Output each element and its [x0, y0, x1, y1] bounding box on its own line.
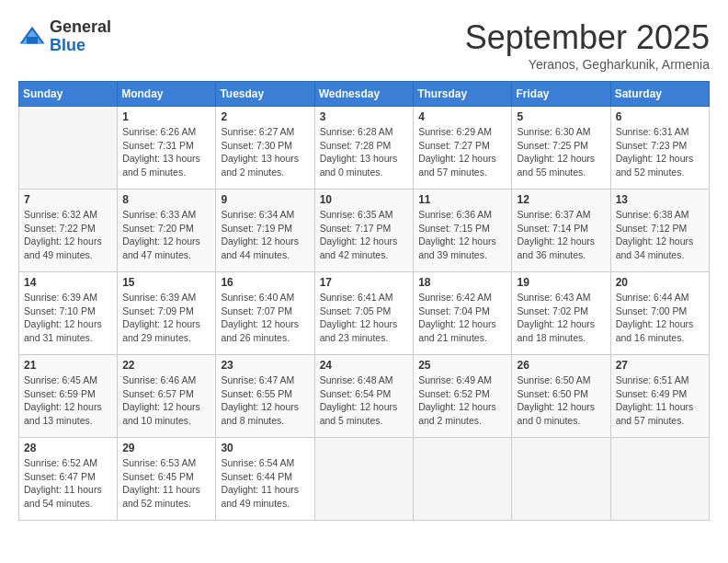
day-number: 14 [24, 276, 112, 289]
calendar-cell: 26Sunrise: 6:50 AMSunset: 6:50 PMDayligh… [512, 355, 610, 438]
day-info: Sunrise: 6:41 AMSunset: 7:05 PMDaylight:… [320, 291, 409, 345]
calendar-week-row: 7Sunrise: 6:32 AMSunset: 7:22 PMDaylight… [19, 190, 710, 272]
day-number: 3 [320, 110, 409, 123]
calendar-cell: 8Sunrise: 6:33 AMSunset: 7:20 PMDaylight… [118, 190, 216, 272]
day-info: Sunrise: 6:38 AMSunset: 7:12 PMDaylight:… [616, 208, 704, 262]
day-number: 15 [122, 276, 210, 289]
day-number: 22 [122, 359, 210, 372]
day-number: 12 [517, 193, 605, 206]
day-info: Sunrise: 6:34 AMSunset: 7:19 PMDaylight:… [221, 208, 309, 262]
day-number: 18 [418, 276, 506, 289]
day-info: Sunrise: 6:29 AMSunset: 7:27 PMDaylight:… [418, 125, 506, 179]
day-info: Sunrise: 6:39 AMSunset: 7:09 PMDaylight:… [122, 291, 210, 345]
day-number: 7 [24, 193, 112, 206]
calendar-cell: 27Sunrise: 6:51 AMSunset: 6:49 PMDayligh… [610, 355, 709, 438]
day-number: 13 [616, 193, 704, 206]
day-info: Sunrise: 6:53 AMSunset: 6:45 PMDaylight:… [122, 456, 210, 511]
calendar-cell: 4Sunrise: 6:29 AMSunset: 7:27 PMDaylight… [414, 107, 512, 190]
day-number: 23 [221, 359, 309, 372]
day-number: 29 [122, 442, 210, 454]
day-number: 9 [221, 193, 309, 206]
calendar-cell: 23Sunrise: 6:47 AMSunset: 6:55 PMDayligh… [216, 355, 314, 438]
day-info: Sunrise: 6:51 AMSunset: 6:49 PMDaylight:… [616, 373, 704, 428]
title-block: September 2025 Yeranos, Gegharkunik, Arm… [465, 18, 710, 72]
day-number: 8 [122, 193, 210, 206]
day-info: Sunrise: 6:27 AMSunset: 7:30 PMDaylight:… [221, 125, 309, 179]
weekday-header-cell: Friday [512, 82, 610, 107]
calendar-cell: 2Sunrise: 6:27 AMSunset: 7:30 PMDaylight… [216, 107, 314, 190]
calendar-header: SundayMondayTuesdayWednesdayThursdayFrid… [19, 82, 710, 107]
calendar-cell [19, 107, 118, 190]
calendar-cell: 16Sunrise: 6:40 AMSunset: 7:07 PMDayligh… [216, 272, 314, 355]
calendar-cell: 18Sunrise: 6:42 AMSunset: 7:04 PMDayligh… [414, 272, 512, 355]
day-info: Sunrise: 6:37 AMSunset: 7:14 PMDaylight:… [517, 208, 605, 262]
day-info: Sunrise: 6:43 AMSunset: 7:02 PMDaylight:… [517, 291, 605, 345]
day-info: Sunrise: 6:39 AMSunset: 7:10 PMDaylight:… [24, 291, 112, 345]
day-number: 10 [320, 193, 409, 206]
day-info: Sunrise: 6:50 AMSunset: 6:50 PMDaylight:… [517, 373, 605, 428]
calendar-cell: 11Sunrise: 6:36 AMSunset: 7:15 PMDayligh… [414, 190, 512, 272]
logo-icon [18, 23, 46, 51]
day-info: Sunrise: 6:28 AMSunset: 7:28 PMDaylight:… [320, 125, 409, 179]
calendar-cell: 12Sunrise: 6:37 AMSunset: 7:14 PMDayligh… [512, 190, 610, 272]
calendar-cell: 21Sunrise: 6:45 AMSunset: 6:59 PMDayligh… [19, 355, 118, 438]
day-number: 28 [24, 442, 112, 454]
calendar-cell [512, 438, 610, 521]
calendar-cell: 19Sunrise: 6:43 AMSunset: 7:02 PMDayligh… [512, 272, 610, 355]
day-number: 5 [517, 110, 605, 123]
day-info: Sunrise: 6:44 AMSunset: 7:00 PMDaylight:… [616, 291, 704, 345]
calendar-week-row: 14Sunrise: 6:39 AMSunset: 7:10 PMDayligh… [19, 272, 710, 355]
day-number: 4 [418, 110, 506, 123]
logo: General Blue [18, 18, 111, 55]
day-number: 21 [24, 359, 112, 372]
calendar-cell: 17Sunrise: 6:41 AMSunset: 7:05 PMDayligh… [314, 272, 414, 355]
day-info: Sunrise: 6:31 AMSunset: 7:23 PMDaylight:… [616, 125, 704, 179]
calendar-cell: 15Sunrise: 6:39 AMSunset: 7:09 PMDayligh… [118, 272, 216, 355]
day-number: 20 [616, 276, 704, 289]
calendar-cell: 10Sunrise: 6:35 AMSunset: 7:17 PMDayligh… [314, 190, 414, 272]
day-info: Sunrise: 6:42 AMSunset: 7:04 PMDaylight:… [418, 291, 506, 345]
logo-text: General Blue [50, 18, 111, 55]
weekday-header-cell: Saturday [610, 82, 709, 107]
calendar-cell: 25Sunrise: 6:49 AMSunset: 6:52 PMDayligh… [414, 355, 512, 438]
calendar-week-row: 21Sunrise: 6:45 AMSunset: 6:59 PMDayligh… [19, 355, 710, 438]
svg-rect-2 [27, 37, 38, 44]
day-number: 30 [221, 442, 309, 454]
calendar-cell: 6Sunrise: 6:31 AMSunset: 7:23 PMDaylight… [610, 107, 709, 190]
day-number: 1 [122, 110, 210, 123]
calendar-cell: 30Sunrise: 6:54 AMSunset: 6:44 PMDayligh… [216, 438, 314, 521]
weekday-header-cell: Thursday [414, 82, 512, 107]
day-number: 11 [418, 193, 506, 206]
day-info: Sunrise: 6:45 AMSunset: 6:59 PMDaylight:… [24, 373, 112, 428]
day-info: Sunrise: 6:48 AMSunset: 6:54 PMDaylight:… [320, 373, 409, 428]
calendar-body: 1Sunrise: 6:26 AMSunset: 7:31 PMDaylight… [19, 107, 710, 521]
calendar-cell: 9Sunrise: 6:34 AMSunset: 7:19 PMDaylight… [216, 190, 314, 272]
day-number: 27 [616, 359, 704, 372]
day-number: 25 [418, 359, 506, 372]
calendar-cell: 22Sunrise: 6:46 AMSunset: 6:57 PMDayligh… [118, 355, 216, 438]
calendar-cell: 13Sunrise: 6:38 AMSunset: 7:12 PMDayligh… [610, 190, 709, 272]
day-info: Sunrise: 6:47 AMSunset: 6:55 PMDaylight:… [221, 373, 309, 428]
day-info: Sunrise: 6:40 AMSunset: 7:07 PMDaylight:… [221, 291, 309, 345]
day-info: Sunrise: 6:49 AMSunset: 6:52 PMDaylight:… [418, 373, 506, 428]
calendar-cell: 1Sunrise: 6:26 AMSunset: 7:31 PMDaylight… [118, 107, 216, 190]
calendar-cell: 5Sunrise: 6:30 AMSunset: 7:25 PMDaylight… [512, 107, 610, 190]
day-number: 6 [616, 110, 704, 123]
day-number: 24 [320, 359, 409, 372]
day-info: Sunrise: 6:36 AMSunset: 7:15 PMDaylight:… [418, 208, 506, 262]
page-header: General Blue September 2025 Yeranos, Geg… [18, 18, 710, 72]
calendar-cell: 20Sunrise: 6:44 AMSunset: 7:00 PMDayligh… [610, 272, 709, 355]
calendar-week-row: 1Sunrise: 6:26 AMSunset: 7:31 PMDaylight… [19, 107, 710, 190]
day-info: Sunrise: 6:35 AMSunset: 7:17 PMDaylight:… [320, 208, 409, 262]
calendar-cell [610, 438, 709, 521]
calendar-cell: 3Sunrise: 6:28 AMSunset: 7:28 PMDaylight… [314, 107, 414, 190]
calendar-cell: 7Sunrise: 6:32 AMSunset: 7:22 PMDaylight… [19, 190, 118, 272]
day-info: Sunrise: 6:33 AMSunset: 7:20 PMDaylight:… [122, 208, 210, 262]
day-number: 17 [320, 276, 409, 289]
calendar-cell: 29Sunrise: 6:53 AMSunset: 6:45 PMDayligh… [118, 438, 216, 521]
day-number: 2 [221, 110, 309, 123]
calendar-cell [314, 438, 414, 521]
day-info: Sunrise: 6:54 AMSunset: 6:44 PMDaylight:… [221, 456, 309, 511]
day-info: Sunrise: 6:46 AMSunset: 6:57 PMDaylight:… [122, 373, 210, 428]
day-number: 26 [517, 359, 605, 372]
